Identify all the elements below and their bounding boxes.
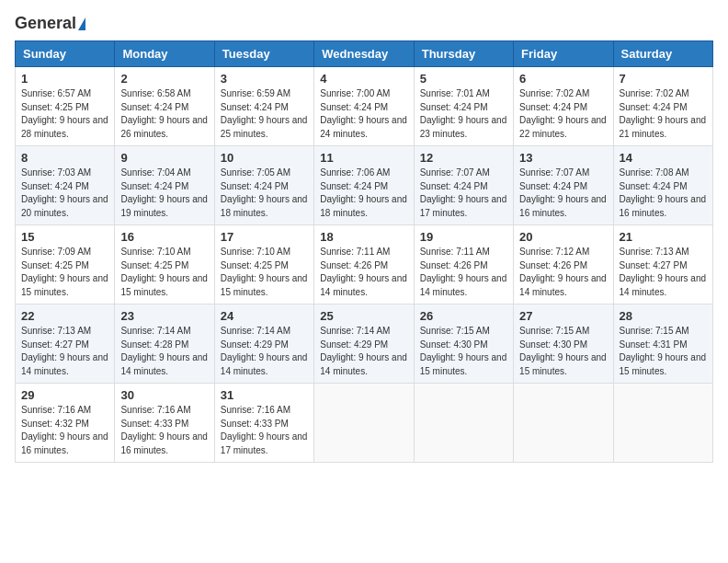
calendar-cell: 18 Sunrise: 7:11 AMSunset: 4:26 PMDaylig…: [314, 225, 414, 304]
calendar-cell: 22 Sunrise: 7:13 AMSunset: 4:27 PMDaylig…: [16, 304, 115, 384]
calendar-cell: 28 Sunrise: 7:15 AMSunset: 4:31 PMDaylig…: [613, 304, 712, 384]
calendar-cell: 16 Sunrise: 7:10 AMSunset: 4:25 PMDaylig…: [115, 225, 214, 304]
day-info: Sunrise: 7:04 AMSunset: 4:24 PMDaylight:…: [120, 167, 208, 218]
day-number: 12: [420, 151, 507, 165]
day-info: Sunrise: 7:16 AMSunset: 4:32 PMDaylight:…: [21, 405, 108, 455]
day-number: 21: [620, 230, 707, 244]
calendar-cell: 3 Sunrise: 6:59 AMSunset: 4:24 PMDayligh…: [214, 67, 313, 146]
day-number: 29: [21, 388, 108, 402]
calendar-day-header: Saturday: [613, 41, 712, 67]
day-number: 5: [420, 72, 507, 86]
calendar-cell: [314, 384, 414, 463]
day-info: Sunrise: 7:15 AMSunset: 4:31 PMDaylight:…: [620, 326, 707, 376]
calendar-cell: 27 Sunrise: 7:15 AMSunset: 4:30 PMDaylig…: [514, 304, 613, 384]
calendar-cell: 7 Sunrise: 7:02 AMSunset: 4:24 PMDayligh…: [613, 67, 712, 146]
day-info: Sunrise: 7:15 AMSunset: 4:30 PMDaylight:…: [519, 326, 607, 376]
day-info: Sunrise: 7:13 AMSunset: 4:27 PMDaylight:…: [21, 326, 108, 376]
day-number: 3: [221, 72, 308, 86]
calendar-day-header: Tuesday: [214, 41, 313, 67]
logo: General: [15, 15, 85, 31]
calendar-table: SundayMondayTuesdayWednesdayThursdayFrid…: [15, 40, 713, 463]
day-number: 28: [620, 309, 707, 323]
calendar-cell: 6 Sunrise: 7:02 AMSunset: 4:24 PMDayligh…: [514, 67, 613, 146]
day-number: 10: [221, 151, 308, 165]
calendar-header-row: SundayMondayTuesdayWednesdayThursdayFrid…: [16, 41, 713, 67]
calendar-day-header: Sunday: [16, 41, 115, 67]
calendar-week-row: 22 Sunrise: 7:13 AMSunset: 4:27 PMDaylig…: [16, 304, 713, 384]
day-info: Sunrise: 7:07 AMSunset: 4:24 PMDaylight:…: [420, 167, 507, 218]
calendar-cell: 15 Sunrise: 7:09 AMSunset: 4:25 PMDaylig…: [16, 225, 115, 304]
calendar-cell: 31 Sunrise: 7:16 AMSunset: 4:33 PMDaylig…: [214, 384, 313, 463]
day-number: 1: [21, 72, 108, 86]
day-number: 2: [120, 72, 208, 86]
calendar-week-row: 15 Sunrise: 7:09 AMSunset: 4:25 PMDaylig…: [16, 225, 713, 304]
day-info: Sunrise: 7:07 AMSunset: 4:24 PMDaylight:…: [519, 167, 607, 218]
day-info: Sunrise: 7:02 AMSunset: 4:24 PMDaylight:…: [620, 88, 707, 139]
calendar-week-row: 1 Sunrise: 6:57 AMSunset: 4:25 PMDayligh…: [16, 67, 713, 146]
day-number: 26: [420, 309, 507, 323]
day-info: Sunrise: 7:03 AMSunset: 4:24 PMDaylight:…: [21, 167, 108, 218]
day-info: Sunrise: 7:14 AMSunset: 4:28 PMDaylight:…: [120, 326, 208, 376]
calendar-cell: 23 Sunrise: 7:14 AMSunset: 4:28 PMDaylig…: [115, 304, 214, 384]
day-number: 24: [221, 309, 308, 323]
calendar-cell: 30 Sunrise: 7:16 AMSunset: 4:33 PMDaylig…: [115, 384, 214, 463]
day-info: Sunrise: 7:00 AMSunset: 4:24 PMDaylight:…: [320, 88, 407, 139]
calendar-cell: [514, 384, 613, 463]
day-info: Sunrise: 7:16 AMSunset: 4:33 PMDaylight:…: [120, 405, 208, 455]
day-number: 11: [320, 151, 407, 165]
calendar-cell: 19 Sunrise: 7:11 AMSunset: 4:26 PMDaylig…: [414, 225, 513, 304]
calendar-cell: 10 Sunrise: 7:05 AMSunset: 4:24 PMDaylig…: [214, 146, 313, 225]
calendar-day-header: Monday: [115, 41, 214, 67]
day-number: 7: [620, 72, 707, 86]
calendar-cell: 29 Sunrise: 7:16 AMSunset: 4:32 PMDaylig…: [16, 384, 115, 463]
calendar-cell: 9 Sunrise: 7:04 AMSunset: 4:24 PMDayligh…: [115, 146, 214, 225]
day-number: 15: [21, 230, 108, 244]
day-info: Sunrise: 6:57 AMSunset: 4:25 PMDaylight:…: [21, 88, 108, 139]
day-number: 13: [519, 151, 607, 165]
day-number: 16: [120, 230, 208, 244]
logo-general: General: [15, 15, 85, 31]
day-number: 18: [320, 230, 407, 244]
day-number: 23: [120, 309, 208, 323]
calendar-cell: 17 Sunrise: 7:10 AMSunset: 4:25 PMDaylig…: [214, 225, 313, 304]
calendar-day-header: Thursday: [414, 41, 513, 67]
day-info: Sunrise: 7:01 AMSunset: 4:24 PMDaylight:…: [420, 88, 507, 139]
calendar-cell: 13 Sunrise: 7:07 AMSunset: 4:24 PMDaylig…: [514, 146, 613, 225]
calendar-cell: 25 Sunrise: 7:14 AMSunset: 4:29 PMDaylig…: [314, 304, 414, 384]
day-info: Sunrise: 7:15 AMSunset: 4:30 PMDaylight:…: [420, 326, 507, 376]
day-number: 6: [519, 72, 607, 86]
day-number: 19: [420, 230, 507, 244]
calendar-week-row: 8 Sunrise: 7:03 AMSunset: 4:24 PMDayligh…: [16, 146, 713, 225]
calendar-cell: 2 Sunrise: 6:58 AMSunset: 4:24 PMDayligh…: [115, 67, 214, 146]
calendar-cell: 4 Sunrise: 7:00 AMSunset: 4:24 PMDayligh…: [314, 67, 414, 146]
page-header: General: [15, 15, 713, 31]
calendar-cell: 14 Sunrise: 7:08 AMSunset: 4:24 PMDaylig…: [613, 146, 712, 225]
day-info: Sunrise: 7:11 AMSunset: 4:26 PMDaylight:…: [320, 247, 407, 297]
logo-triangle-icon: [78, 17, 85, 30]
day-number: 9: [120, 151, 208, 165]
day-number: 30: [120, 388, 208, 402]
day-info: Sunrise: 6:59 AMSunset: 4:24 PMDaylight:…: [221, 88, 308, 139]
day-info: Sunrise: 7:10 AMSunset: 4:25 PMDaylight:…: [221, 247, 308, 297]
day-number: 8: [21, 151, 108, 165]
day-info: Sunrise: 7:05 AMSunset: 4:24 PMDaylight:…: [221, 167, 308, 218]
day-number: 25: [320, 309, 407, 323]
calendar-cell: [613, 384, 712, 463]
day-info: Sunrise: 7:14 AMSunset: 4:29 PMDaylight:…: [221, 326, 308, 376]
calendar-cell: 20 Sunrise: 7:12 AMSunset: 4:26 PMDaylig…: [514, 225, 613, 304]
day-info: Sunrise: 7:06 AMSunset: 4:24 PMDaylight:…: [320, 167, 407, 218]
day-info: Sunrise: 7:12 AMSunset: 4:26 PMDaylight:…: [519, 247, 607, 297]
day-info: Sunrise: 7:16 AMSunset: 4:33 PMDaylight:…: [221, 405, 308, 455]
day-info: Sunrise: 7:08 AMSunset: 4:24 PMDaylight:…: [620, 167, 707, 218]
day-number: 27: [519, 309, 607, 323]
calendar-cell: 11 Sunrise: 7:06 AMSunset: 4:24 PMDaylig…: [314, 146, 414, 225]
calendar-cell: 8 Sunrise: 7:03 AMSunset: 4:24 PMDayligh…: [16, 146, 115, 225]
calendar-cell: 1 Sunrise: 6:57 AMSunset: 4:25 PMDayligh…: [16, 67, 115, 146]
calendar-cell: 12 Sunrise: 7:07 AMSunset: 4:24 PMDaylig…: [414, 146, 513, 225]
day-info: Sunrise: 7:11 AMSunset: 4:26 PMDaylight:…: [420, 247, 507, 297]
day-info: Sunrise: 7:09 AMSunset: 4:25 PMDaylight:…: [21, 247, 108, 297]
day-info: Sunrise: 7:10 AMSunset: 4:25 PMDaylight:…: [120, 247, 208, 297]
day-info: Sunrise: 7:13 AMSunset: 4:27 PMDaylight:…: [620, 247, 707, 297]
day-number: 20: [519, 230, 607, 244]
day-number: 22: [21, 309, 108, 323]
